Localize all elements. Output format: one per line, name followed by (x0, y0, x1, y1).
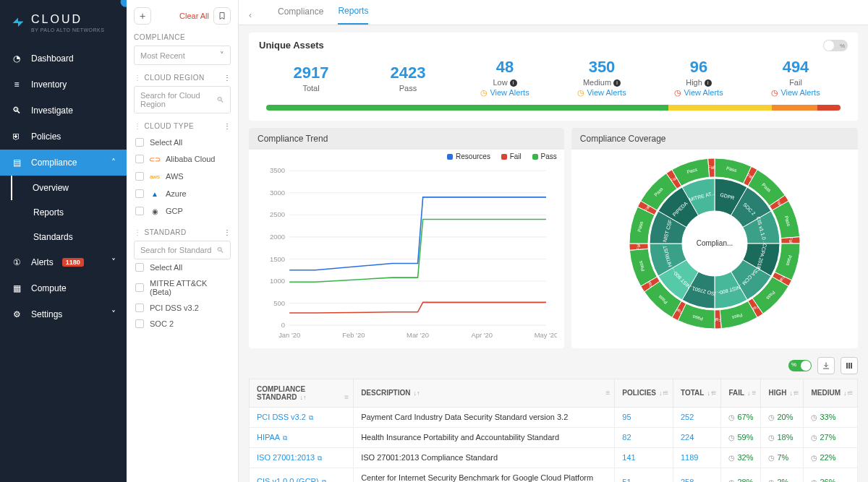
tab-reports[interactable]: Reports (338, 6, 368, 25)
col-standard[interactable]: COMPLIANCE STANDARD↓↑≡ (250, 379, 354, 407)
view-alerts-low[interactable]: ◷ View Alerts (460, 88, 550, 98)
main: ‹ Compliance Reports % Unique Assets 291… (239, 0, 868, 482)
stat-pass: 2423Pass (363, 64, 453, 92)
cloud-type-aws[interactable]: awsAWS (134, 168, 231, 185)
nav-settings[interactable]: ⚙Settings˅ (0, 301, 127, 327)
list-icon: ≡ (11, 79, 22, 90)
filter-standard-header: ⋮STANDARD⋮ (134, 228, 231, 236)
alerts-badge: 1180 (62, 258, 84, 267)
policies-link[interactable]: 82 (615, 427, 673, 447)
select-all-checkbox[interactable]: Select All (134, 134, 231, 150)
download-button[interactable] (817, 357, 835, 374)
svg-rect-58 (846, 363, 848, 369)
coverage-sunburst: GDPRPassFailSOC 2PassFailCIS v1.1.0 ...P… (571, 150, 858, 337)
total-link[interactable]: 224 (673, 427, 720, 447)
aws-icon: aws (150, 171, 160, 181)
std-link[interactable]: PCI DSS v3.2⧉ (250, 407, 354, 427)
nav-dashboard[interactable]: ◔Dashboard (0, 46, 127, 72)
std-link[interactable]: HIPAA⧉ (250, 427, 354, 447)
stat-fail: 494Fail◷ View Alerts (751, 58, 841, 98)
svg-text:Jan '20: Jan '20 (278, 330, 300, 338)
percent-toggle[interactable]: % (823, 40, 848, 51)
cloud-type-azure[interactable]: ▲Azure (134, 185, 231, 202)
add-filter-button[interactable]: + (134, 7, 151, 25)
standard-mitre[interactable]: MITRE ATT&CK (Beta) (134, 275, 231, 300)
cloud-type-gcp[interactable]: ◉GCP (134, 202, 231, 220)
col-total[interactable]: TOTAL↓↑≡ (673, 379, 720, 407)
back-button[interactable]: ‹ (249, 10, 256, 20)
columns-button[interactable] (841, 357, 858, 374)
total-link[interactable]: 252 (673, 407, 720, 427)
brand-subtitle: BY PALO ALTO NETWORKS (31, 27, 104, 33)
nav-investigate[interactable]: 🔍︎Investigate (0, 98, 127, 124)
nav-alerts[interactable]: ①Alerts1180˅ (0, 249, 127, 275)
table-row: HIPAA⧉ Health Insurance Portability and … (250, 427, 858, 447)
info-icon: i (613, 79, 621, 87)
gcp-icon: ◉ (150, 206, 160, 216)
total-link[interactable]: 258 (673, 468, 720, 482)
svg-text:Fail: Fail (788, 237, 793, 244)
nav-reports[interactable]: Reports (0, 200, 127, 225)
col-policies[interactable]: POLICIES↓↑≡ (615, 379, 673, 407)
compliance-select[interactable]: Most Recent˅ (134, 46, 231, 65)
more-icon[interactable]: ⋮ (224, 228, 231, 236)
standard-pci[interactable]: PCI DSS v3.2 (134, 300, 231, 316)
policies-link[interactable]: 51 (615, 468, 673, 482)
nav-policies[interactable]: ⛨Policies (0, 124, 127, 150)
more-icon[interactable]: ⋮ (224, 122, 231, 130)
svg-text:0: 0 (281, 321, 285, 329)
col-description[interactable]: DESCRIPTION↓↑≡ (354, 379, 615, 407)
std-link[interactable]: ISO 27001:2013⧉ (250, 447, 354, 468)
chevron-down-icon: ˅ (111, 257, 116, 267)
nav-compute[interactable]: ▦Compute (0, 275, 127, 301)
compute-icon: ▦ (11, 283, 22, 294)
view-alerts-high[interactable]: ◷ View Alerts (654, 88, 744, 98)
region-search-input[interactable]: Search for Cloud Region🔍︎ (134, 86, 231, 113)
svg-text:3000: 3000 (270, 189, 285, 197)
status-bar (266, 105, 841, 111)
standard-select-all[interactable]: Select All (134, 259, 231, 275)
bookmark-icon (218, 12, 226, 20)
top-tabs: ‹ Compliance Reports (239, 0, 868, 25)
alibaba-icon: ⊂⊃ (150, 154, 160, 164)
col-fail[interactable]: FAIL↓≡ (721, 379, 761, 407)
coverage-title: Compliance Coverage (571, 128, 858, 150)
standard-soc2[interactable]: SOC 2 (134, 316, 231, 332)
nav-overview[interactable]: Overview (11, 176, 127, 200)
policies-link[interactable]: 95 (615, 407, 673, 427)
col-high[interactable]: HIGH↓↑≡ (761, 379, 804, 407)
svg-text:Fail: Fail (708, 165, 715, 170)
total-link[interactable]: 1189 (673, 447, 720, 468)
svg-text:1500: 1500 (270, 254, 285, 262)
tab-compliance[interactable]: Compliance (278, 7, 323, 24)
nav-compliance[interactable]: ▤Compliance˄ (0, 150, 127, 176)
info-icon: i (510, 79, 517, 87)
nav-standards[interactable]: Standards (0, 225, 127, 249)
svg-text:2000: 2000 (270, 233, 285, 241)
svg-rect-59 (848, 363, 850, 369)
view-alerts-fail[interactable]: ◷ View Alerts (751, 88, 841, 98)
summary-card: % Unique Assets 2917Total 2423Pass 48Low… (249, 33, 858, 121)
external-icon: ⧉ (283, 434, 287, 442)
table-percent-toggle[interactable]: % (788, 360, 812, 371)
more-icon[interactable]: ⋮ (224, 74, 231, 82)
bookmark-button[interactable] (213, 7, 231, 25)
std-link[interactable]: CIS v1.0.0 (GCP)⧉ (250, 468, 354, 482)
clear-all-button[interactable]: Clear All (179, 12, 209, 20)
stat-total: 2917Total (266, 64, 356, 92)
cloud-type-alibaba[interactable]: ⊂⊃Alibaba Cloud (134, 150, 231, 168)
policies-link[interactable]: 141 (615, 447, 673, 468)
svg-text:Fail: Fail (714, 317, 721, 322)
nav-inventory[interactable]: ≡Inventory (0, 72, 127, 98)
shield-icon: ⛨ (11, 131, 22, 142)
filter-compliance-header: COMPLIANCE (134, 33, 231, 41)
clock-icon: ◷ (811, 413, 817, 421)
trend-legend: Resources Fail Pass (249, 150, 564, 161)
standard-search-input[interactable]: Search for Standard🔍︎ (134, 241, 231, 259)
view-alerts-medium[interactable]: ◷ View Alerts (557, 88, 647, 98)
external-icon: ⧉ (322, 478, 326, 482)
svg-text:3500: 3500 (270, 167, 285, 174)
col-medium[interactable]: MEDIUM↓↑≡ (804, 379, 858, 407)
compliance-table: COMPLIANCE STANDARD↓↑≡ DESCRIPTION↓↑≡ PO… (249, 379, 858, 482)
svg-text:May '20: May '20 (535, 330, 557, 338)
